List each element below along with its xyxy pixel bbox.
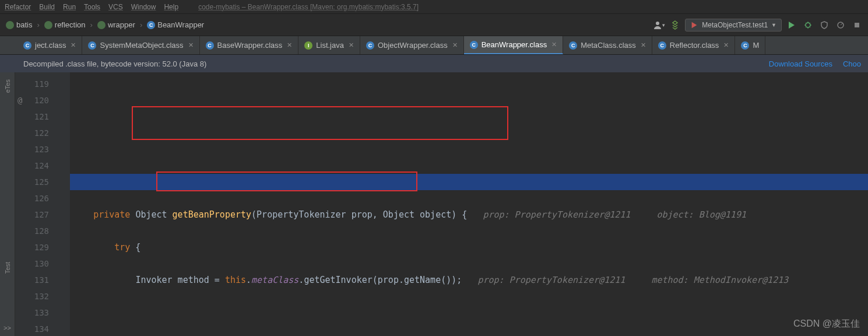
decompiled-notice-text: Decompiled .class file, bytecode version… — [23, 60, 206, 68]
class-icon: C — [206, 41, 214, 50]
chevron-right-icon: › — [37, 20, 39, 29]
menu-window[interactable]: Window — [131, 3, 156, 11]
menu-help[interactable]: Help — [164, 3, 178, 11]
tool-window-button[interactable]: Test — [4, 262, 11, 274]
choose-sources-link[interactable]: Choo — [843, 60, 861, 68]
editor-area: eTes Test >> 119 @120 121 122 123 124 12… — [0, 72, 868, 336]
svg-point-3 — [806, 23, 810, 27]
code-editor[interactable]: private Object getBeanProperty(PropertyT… — [70, 72, 868, 336]
code-line — [70, 304, 868, 321]
class-icon: C — [23, 41, 31, 50]
breadcrumb-item[interactable]: reflection — [42, 19, 88, 30]
editor-tabs: Cject.class✕ CSystemMetaObject.class✕ CB… — [0, 36, 868, 55]
editor-tab[interactable]: IList.java✕ — [298, 36, 360, 54]
run-config-label: MetaObjectTest.test1 — [702, 21, 768, 29]
editor-tab[interactable]: CBaseWrapper.class✕ — [200, 36, 299, 54]
class-icon: C — [147, 21, 155, 29]
window-title: code-mybatis – BeanWrapper.class [Maven:… — [198, 3, 419, 11]
user-icon[interactable]: ▾ — [652, 19, 665, 32]
class-icon: C — [88, 41, 96, 50]
svg-rect-5 — [855, 23, 859, 27]
menu-build[interactable]: Build — [39, 3, 55, 11]
breadcrumb-item[interactable]: CBeanWrapper — [145, 19, 206, 30]
close-tab-icon[interactable]: ✕ — [551, 41, 557, 48]
run-button[interactable] — [785, 19, 798, 32]
code-line: private Object getBeanProperty(PropertyT… — [70, 206, 868, 223]
class-icon: C — [366, 41, 374, 50]
svg-point-0 — [656, 22, 659, 25]
override-gutter-icon[interactable]: @ — [17, 92, 22, 108]
watermark: CSDN @凌玉佳 — [793, 318, 860, 330]
navigation-toolbar: batis› reflection› wrapper› CBeanWrapper… — [0, 14, 868, 36]
code-line: Invoker method = this.metaClass.getGetIn… — [70, 272, 868, 288]
editor-tab[interactable]: CReflector.class✕ — [652, 36, 736, 54]
chevron-right-icon: › — [140, 20, 142, 29]
class-icon: C — [741, 41, 749, 50]
chevron-right-icon: › — [90, 20, 93, 29]
menu-tools[interactable]: Tools — [84, 3, 100, 11]
breadcrumb: batis› reflection› wrapper› CBeanWrapper — [0, 19, 652, 30]
close-tab-icon[interactable]: ✕ — [71, 41, 76, 49]
editor-tab[interactable]: Cject.class✕ — [17, 36, 82, 54]
breadcrumb-item[interactable]: wrapper — [95, 19, 138, 30]
package-icon — [6, 21, 14, 29]
interface-icon: I — [304, 41, 312, 50]
class-icon: C — [470, 41, 478, 49]
annotation-box — [132, 106, 508, 140]
profile-button[interactable] — [834, 19, 847, 32]
download-sources-link[interactable]: Download Sources — [769, 60, 832, 68]
expand-tool-icon[interactable]: >> — [3, 324, 11, 336]
class-icon: C — [658, 41, 666, 50]
editor-tab[interactable]: CM — [735, 36, 765, 54]
left-tool-strip: eTes Test >> — [0, 72, 15, 336]
svg-marker-1 — [692, 22, 697, 28]
editor-tab-active[interactable]: CBeanWrapper.class✕ — [464, 36, 564, 54]
debug-button[interactable] — [802, 19, 814, 32]
close-tab-icon[interactable]: ✕ — [723, 41, 729, 49]
svg-marker-2 — [789, 22, 795, 29]
class-icon: C — [569, 41, 577, 50]
package-icon — [97, 21, 106, 29]
close-tab-icon[interactable]: ✕ — [287, 41, 292, 49]
close-tab-icon[interactable]: ✕ — [452, 41, 458, 49]
editor-tab[interactable]: CObjectWrapper.class✕ — [360, 36, 464, 54]
stop-button[interactable] — [851, 19, 863, 32]
menu-refactor[interactable]: Refactor — [5, 3, 31, 11]
menu-run[interactable]: Run — [63, 3, 76, 11]
run-configuration-selector[interactable]: MetaObjectTest.test1 ▼ — [685, 19, 782, 32]
build-icon[interactable] — [669, 19, 681, 32]
coverage-button[interactable] — [818, 19, 831, 32]
menu-vcs[interactable]: VCS — [108, 3, 123, 11]
decompiled-notice-bar: Decompiled .class file, bytecode version… — [0, 55, 868, 72]
close-tab-icon[interactable]: ✕ — [349, 41, 354, 49]
editor-tab[interactable]: CSystemMetaObject.class✕ — [82, 36, 199, 54]
line-gutter: 119 @120 121 122 123 124 125 126 127 128… — [15, 72, 59, 336]
editor-tab[interactable]: CMetaClass.class✕ — [563, 36, 652, 54]
close-tab-icon[interactable]: ✕ — [188, 41, 194, 49]
tool-window-button[interactable]: eTes — [4, 79, 11, 93]
code-line: try { — [70, 239, 868, 256]
fold-column[interactable] — [59, 72, 70, 336]
breadcrumb-item[interactable]: batis — [3, 19, 34, 30]
chevron-down-icon: ▼ — [771, 22, 776, 28]
menu-bar: Refactor Build Run Tools VCS Window Help… — [0, 0, 868, 14]
package-icon — [44, 21, 52, 29]
code-line — [70, 174, 868, 190]
close-tab-icon[interactable]: ✕ — [641, 41, 646, 49]
